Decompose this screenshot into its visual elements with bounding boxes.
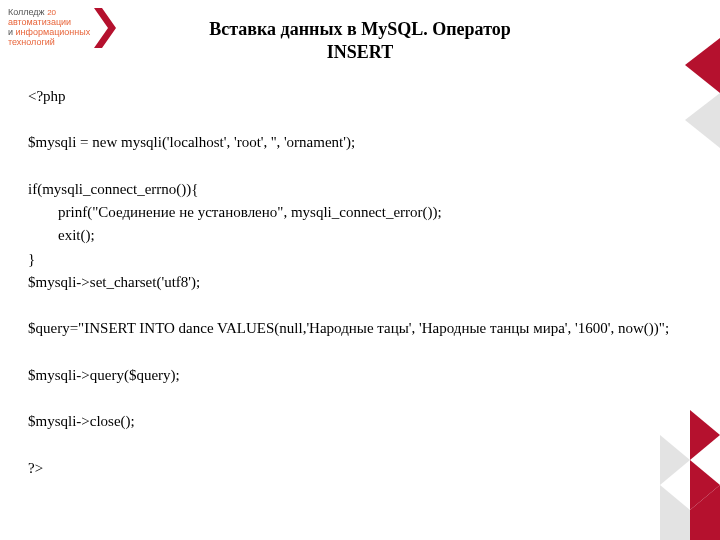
chevron-right-icon [94, 8, 122, 48]
logo-line1: Колледж [8, 7, 45, 17]
svg-marker-1 [685, 38, 720, 93]
svg-marker-2 [685, 93, 720, 148]
logo-line2: автоматизации [8, 17, 71, 27]
decoration-bottom-icon [630, 410, 720, 540]
logo-line3a: и [8, 27, 16, 37]
svg-marker-7 [660, 485, 690, 540]
logo-line4: технологий [8, 37, 55, 47]
college-logo: Колледж 20 автоматизации и информационны… [8, 8, 122, 48]
decoration-top-icon [660, 38, 720, 148]
logo-num: 20 [47, 8, 56, 17]
svg-marker-0 [94, 8, 116, 48]
code-block: <?php $mysqli = new mysqli('localhost', … [28, 85, 692, 480]
logo-line3b: информационных [16, 27, 91, 37]
svg-marker-3 [690, 410, 720, 460]
svg-marker-4 [660, 435, 690, 485]
logo-text: Колледж 20 автоматизации и информационны… [8, 8, 90, 48]
